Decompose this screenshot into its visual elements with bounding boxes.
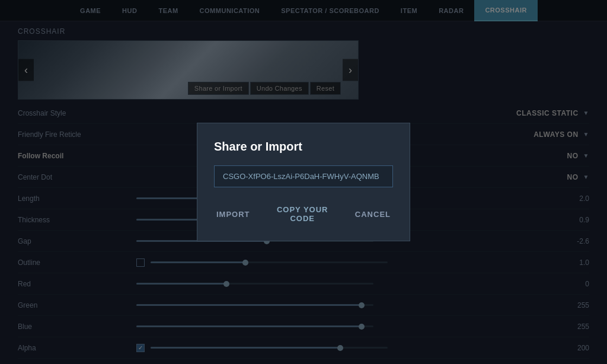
import-button[interactable]: IMPORT [214, 202, 253, 226]
share-import-modal: Share or Import IMPORT COPY YOUR CODE CA… [197, 123, 410, 241]
code-input[interactable] [214, 165, 393, 187]
modal-overlay: Share or Import IMPORT COPY YOUR CODE CA… [0, 0, 607, 364]
modal-actions: IMPORT COPY YOUR CODE CANCEL [214, 202, 393, 226]
cancel-button[interactable]: CANCEL [353, 202, 393, 226]
copy-code-button[interactable]: COPY YOUR CODE [264, 202, 341, 226]
modal-title: Share or Import [214, 140, 393, 154]
